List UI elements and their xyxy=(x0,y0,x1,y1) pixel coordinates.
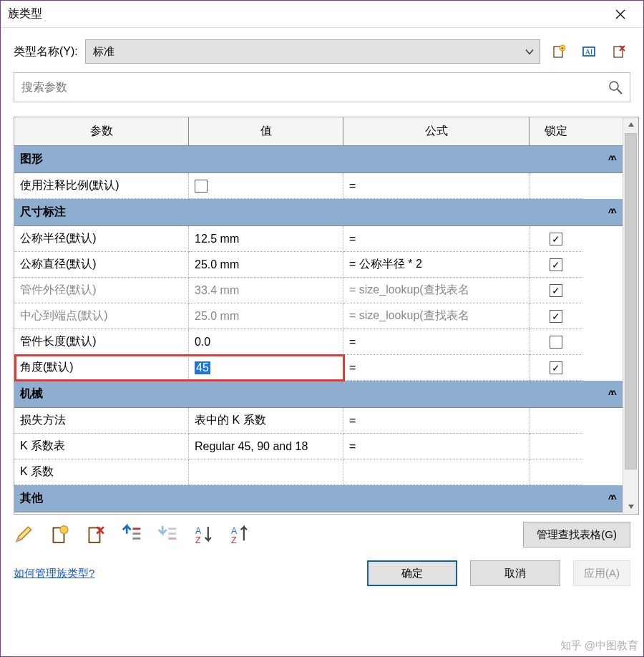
param-cell[interactable]: 公称直径(默认) xyxy=(14,252,189,278)
param-cell[interactable]: 管件长度(默认) xyxy=(14,329,189,355)
type-name-select[interactable]: 标准 xyxy=(85,39,540,64)
search-input[interactable] xyxy=(20,80,604,94)
col-lock[interactable]: 锁定 xyxy=(530,117,582,145)
param-cell[interactable]: 管件外径(默认) xyxy=(14,278,189,303)
type-name-label: 类型名称(Y): xyxy=(14,44,78,59)
table-row: 中心到端点(默认)25.0 mm= size_lookup(查找表名✓ xyxy=(14,303,623,329)
param-cell[interactable]: 公称半径(默认) xyxy=(14,226,189,252)
lock-cell[interactable] xyxy=(530,434,582,459)
scroll-down-icon[interactable] xyxy=(623,500,638,514)
lock-cell[interactable] xyxy=(530,408,582,434)
lock-cell[interactable] xyxy=(530,173,582,199)
param-cell[interactable]: 中心到端点(默认) xyxy=(14,303,189,329)
lock-cell[interactable]: ✓ xyxy=(530,303,582,329)
lock-cell[interactable] xyxy=(530,329,582,355)
checkbox-icon[interactable]: ✓ xyxy=(550,284,562,297)
rename-type-button[interactable]: AI xyxy=(577,40,600,63)
svg-rect-21 xyxy=(168,532,176,535)
formula-cell[interactable]: = size_lookup(查找表名 xyxy=(343,303,530,329)
lock-cell[interactable]: ✓ xyxy=(530,226,582,252)
ok-button[interactable]: 确定 xyxy=(367,560,457,586)
col-param[interactable]: 参数 xyxy=(14,117,189,145)
new-type-button[interactable]: ✦ xyxy=(547,40,570,63)
value-cell[interactable]: 0.0 xyxy=(189,329,343,355)
formula-cell[interactable]: = xyxy=(343,434,530,459)
col-value[interactable]: 值 xyxy=(189,117,343,145)
formula-cell[interactable]: = xyxy=(343,226,530,252)
svg-text:AI: AI xyxy=(585,48,593,56)
scroll-thumb[interactable] xyxy=(625,133,637,469)
param-cell[interactable]: 损失方法 xyxy=(14,408,189,434)
vertical-scrollbar[interactable] xyxy=(623,117,638,514)
col-formula[interactable]: 公式 xyxy=(343,117,530,145)
svg-rect-14 xyxy=(89,527,99,542)
svg-line-11 xyxy=(618,89,622,94)
lock-cell[interactable]: ✓ xyxy=(530,355,582,381)
parameter-grid: 参数值公式锁定图形^^使用注释比例(默认)=尺寸标注^^公称半径(默认)12.5… xyxy=(14,117,639,515)
value-cell[interactable]: 25.0 mm xyxy=(189,303,343,329)
lock-cell[interactable]: ✓ xyxy=(530,278,582,303)
checkbox-icon[interactable] xyxy=(550,336,562,349)
formula-cell[interactable]: = xyxy=(343,173,530,199)
param-cell[interactable]: 使用注释比例(默认) xyxy=(14,173,189,199)
table-row: 角度(默认)45=✓ xyxy=(14,355,623,381)
formula-cell[interactable]: = xyxy=(343,329,530,355)
svg-point-13 xyxy=(60,526,68,534)
value-cell[interactable]: Regular 45, 90 and 18 xyxy=(189,434,343,459)
formula-cell[interactable]: = xyxy=(343,355,530,381)
value-cell[interactable]: 33.4 mm xyxy=(189,278,343,303)
group-header[interactable]: 机械^^ xyxy=(14,381,623,408)
edit-button[interactable] xyxy=(14,525,35,544)
sort-asc-button[interactable]: AZ xyxy=(192,525,214,544)
new-param-button[interactable] xyxy=(49,525,71,544)
formula-cell[interactable] xyxy=(343,459,530,485)
help-link[interactable]: 如何管理族类型? xyxy=(14,567,94,580)
type-name-value: 标准 xyxy=(93,45,114,59)
param-cell[interactable]: K 系数 xyxy=(14,459,189,485)
formula-cell[interactable]: = xyxy=(343,408,530,434)
checkbox-icon[interactable]: ✓ xyxy=(550,361,562,374)
delete-param-button[interactable] xyxy=(85,525,107,544)
scroll-up-icon[interactable] xyxy=(623,117,638,132)
move-up-button[interactable] xyxy=(121,525,142,544)
delete-type-button[interactable] xyxy=(608,40,630,63)
group-header[interactable]: 图形^^ xyxy=(14,146,623,173)
svg-text:A: A xyxy=(231,526,238,536)
collapse-icon: ^^ xyxy=(608,493,614,505)
apply-button[interactable]: 应用(A) xyxy=(573,560,630,586)
table-row: 公称半径(默认)12.5 mm=✓ xyxy=(14,226,623,252)
window-title: 族类型 xyxy=(8,6,42,21)
formula-cell[interactable]: = size_lookup(查找表名 xyxy=(343,278,530,303)
group-header[interactable]: 尺寸标注^^ xyxy=(14,199,623,226)
group-header[interactable]: 其他^^ xyxy=(14,485,623,512)
table-row: K 系数表Regular 45, 90 and 18= xyxy=(14,434,623,459)
group-label: 尺寸标注 xyxy=(20,205,66,220)
svg-text:Z: Z xyxy=(195,535,201,545)
cancel-button[interactable]: 取消 xyxy=(470,560,560,586)
search-wrap xyxy=(14,72,630,102)
new-file-icon: ✦ xyxy=(551,44,567,59)
move-down-button[interactable] xyxy=(157,525,178,544)
checkbox-icon[interactable]: ✓ xyxy=(550,310,562,323)
manage-lookup-button[interactable]: 管理查找表格(G) xyxy=(523,522,630,548)
value-cell[interactable]: 表中的 K 系数 xyxy=(189,408,343,434)
collapse-icon: ^^ xyxy=(608,389,614,400)
lock-cell[interactable]: ✓ xyxy=(530,252,582,278)
formula-cell[interactable]: = 公称半径 * 2 xyxy=(343,252,530,278)
value-cell[interactable]: 45 xyxy=(189,355,343,381)
param-cell[interactable]: K 系数表 xyxy=(14,434,189,459)
value-cell[interactable] xyxy=(189,459,343,485)
sort-desc-icon: AZ xyxy=(228,524,250,545)
lock-cell[interactable] xyxy=(530,459,582,485)
param-cell[interactable]: 角度(默认) xyxy=(14,355,189,381)
close-button[interactable] xyxy=(605,4,636,24)
value-cell[interactable]: 12.5 mm xyxy=(189,226,343,252)
value-cell[interactable]: 25.0 mm xyxy=(189,252,343,278)
value-cell[interactable] xyxy=(189,173,343,199)
delete-file-icon xyxy=(611,44,627,59)
checkbox-icon[interactable] xyxy=(195,180,208,193)
checkbox-icon[interactable]: ✓ xyxy=(550,233,562,245)
search-button[interactable] xyxy=(604,76,627,99)
sort-desc-button[interactable]: AZ xyxy=(228,525,250,544)
checkbox-icon[interactable]: ✓ xyxy=(550,258,562,271)
